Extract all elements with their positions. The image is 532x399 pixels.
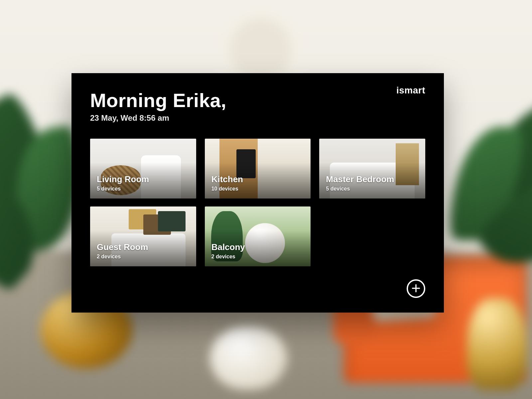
- room-name: Master Bedroom: [326, 174, 394, 185]
- room-card-balcony[interactable]: Balcony 2 devices: [205, 206, 311, 266]
- room-device-count: 5 devices: [97, 186, 149, 192]
- add-room-button[interactable]: [407, 279, 425, 298]
- room-name: Balcony: [211, 242, 245, 252]
- brand-logo: ismart: [396, 85, 425, 96]
- room-card-guest-room[interactable]: Guest Room 2 devices: [90, 206, 196, 266]
- datetime-label: 23 May, Wed 8:56 am: [90, 113, 425, 123]
- room-card-master-bedroom[interactable]: Master Bedroom 5 devices: [319, 139, 425, 199]
- room-device-count: 2 devices: [97, 254, 148, 260]
- rooms-grid: Living Room 5 devices Kitchen 10 devices…: [90, 139, 425, 266]
- room-device-count: 10 devices: [211, 186, 243, 192]
- room-name: Kitchen: [211, 174, 243, 185]
- plus-icon: [411, 284, 421, 294]
- room-device-count: 2 devices: [211, 254, 245, 260]
- room-card-kitchen[interactable]: Kitchen 10 devices: [205, 139, 311, 199]
- room-device-count: 5 devices: [326, 186, 394, 192]
- dashboard-panel: ismart Morning Erika, 23 May, Wed 8:56 a…: [71, 73, 444, 313]
- room-name: Guest Room: [97, 242, 148, 252]
- room-card-living-room[interactable]: Living Room 5 devices: [90, 139, 196, 199]
- room-name: Living Room: [97, 174, 149, 185]
- greeting-title: Morning Erika,: [90, 90, 425, 111]
